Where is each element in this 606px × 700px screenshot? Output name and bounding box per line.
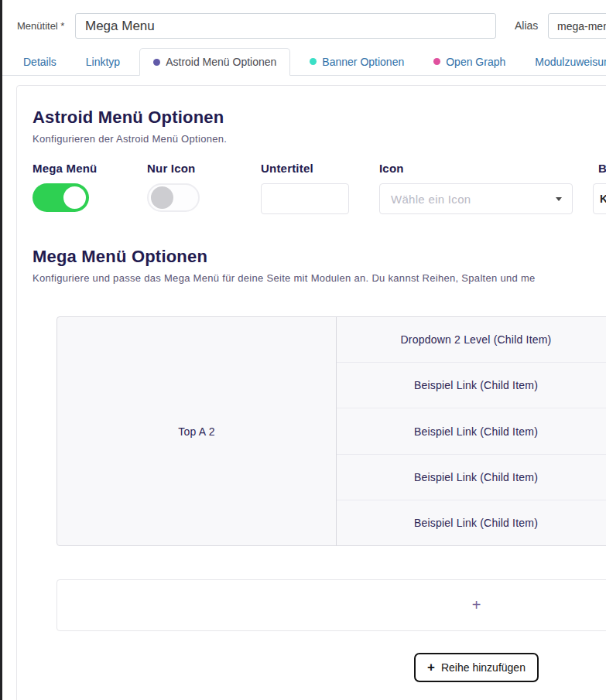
window-edge-strip bbox=[0, 0, 2, 700]
icon-only-toggle[interactable] bbox=[147, 183, 200, 212]
child-menu-label: Beispiel Link (Child Item) bbox=[414, 379, 538, 391]
tab-linktyp[interactable]: Linktyp bbox=[76, 48, 130, 75]
tab-label: Open Graph bbox=[446, 56, 505, 68]
tab-label: Linktyp bbox=[86, 56, 120, 68]
mega-menu-builder: Top A 2 Dropdown 2 Level (Child Item) Be… bbox=[56, 316, 606, 682]
tab-label: Astroid Menü Optionen bbox=[166, 56, 276, 68]
parent-menu-cell[interactable]: Top A 2 bbox=[57, 317, 337, 545]
child-menu-label: Beispiel Link (Child Item) bbox=[414, 425, 538, 438]
icon-label: Icon bbox=[379, 162, 573, 175]
astroid-section-description: Konfigurieren der Astroid Menü Optionen. bbox=[33, 133, 606, 145]
clipped-field-label: B bbox=[593, 162, 606, 175]
chevron-down-icon bbox=[556, 197, 562, 201]
tab-details[interactable]: Details bbox=[13, 48, 67, 75]
child-menu-cell[interactable]: Beispiel Link (Child Item) bbox=[337, 500, 606, 545]
add-column-row[interactable]: + bbox=[56, 579, 606, 631]
tab-label: Modulzuweisung bbox=[535, 56, 606, 68]
astroid-tab-dot-icon bbox=[153, 59, 160, 66]
mega-menu-grid: Top A 2 Dropdown 2 Level (Child Item) Be… bbox=[56, 316, 606, 546]
icon-field: Icon Wähle ein Icon bbox=[379, 162, 573, 214]
tab-astroid-menu-optionen[interactable]: Astroid Menü Optionen bbox=[139, 48, 290, 76]
tab-open-graph[interactable]: Open Graph bbox=[423, 48, 515, 75]
child-menu-label: Dropdown 2 Level (Child Item) bbox=[401, 333, 552, 346]
icon-only-field: Nur Icon bbox=[147, 162, 200, 212]
astroid-fields-row: Mega Menü Nur Icon Untertitel bbox=[33, 162, 606, 247]
child-menu-column: Dropdown 2 Level (Child Item) Beispiel L… bbox=[337, 317, 606, 545]
open-graph-tab-dot-icon bbox=[433, 58, 440, 65]
menu-title-label: Menütitel * bbox=[17, 20, 64, 32]
tab-label: Banner Optionen bbox=[322, 56, 404, 68]
mega-menu-section-description: Konfiguriere und passe das Mega Menü für… bbox=[33, 272, 606, 284]
astroid-section-title: Astroid Menü Optionen bbox=[33, 108, 606, 128]
tab-bar: Details Linktyp Astroid Menü Optionen Ba… bbox=[2, 48, 606, 76]
subtitle-label: Untertitel bbox=[261, 162, 349, 175]
add-row-button-label: Reihe hinzufügen bbox=[441, 661, 526, 674]
add-row-button-row: + Reihe hinzufügen bbox=[56, 653, 606, 682]
toggle-knob bbox=[63, 186, 86, 209]
icon-select-placeholder: Wähle ein Icon bbox=[391, 193, 471, 206]
plus-icon: + bbox=[472, 596, 481, 614]
child-menu-label: Beispiel Link (Child Item) bbox=[414, 517, 538, 529]
tab-banner-optionen[interactable]: Banner Optionen bbox=[300, 48, 414, 75]
banner-tab-dot-icon bbox=[310, 58, 317, 65]
subtitle-field: Untertitel bbox=[261, 162, 349, 214]
icon-select[interactable]: Wähle ein Icon bbox=[379, 183, 573, 214]
plus-icon: + bbox=[427, 662, 435, 673]
mega-menu-toggle[interactable] bbox=[33, 183, 89, 212]
child-menu-cell[interactable]: Beispiel Link (Child Item) bbox=[337, 363, 606, 408]
child-menu-label: Beispiel Link (Child Item) bbox=[414, 471, 538, 483]
subtitle-input[interactable] bbox=[261, 183, 349, 214]
child-menu-cell[interactable]: Dropdown 2 Level (Child Item) bbox=[337, 317, 606, 363]
add-row-button[interactable]: + Reihe hinzufügen bbox=[414, 653, 539, 682]
tab-modulzuweisung[interactable]: Modulzuweisung bbox=[525, 48, 606, 75]
tab-label: Details bbox=[23, 56, 56, 68]
child-menu-cell[interactable]: Beispiel Link (Child Item) bbox=[337, 408, 606, 454]
parent-menu-label: Top A 2 bbox=[178, 425, 214, 438]
toggle-knob bbox=[151, 186, 173, 209]
mega-menu-label: Mega Menü bbox=[33, 162, 97, 175]
mega-menu-field: Mega Menü bbox=[33, 162, 97, 212]
clipped-right-field: B bbox=[593, 162, 606, 214]
mega-menu-section-title: Mega Menü Optionen bbox=[33, 247, 606, 267]
alias-input[interactable] bbox=[548, 13, 606, 39]
clipped-field-input[interactable] bbox=[593, 183, 606, 214]
alias-label: Alias bbox=[515, 19, 538, 32]
astroid-options-panel: Astroid Menü Optionen Konfigurieren der … bbox=[16, 85, 606, 700]
child-menu-cell[interactable]: Beispiel Link (Child Item) bbox=[337, 455, 606, 500]
icon-only-label: Nur Icon bbox=[147, 162, 200, 175]
menu-title-input[interactable] bbox=[75, 13, 496, 39]
